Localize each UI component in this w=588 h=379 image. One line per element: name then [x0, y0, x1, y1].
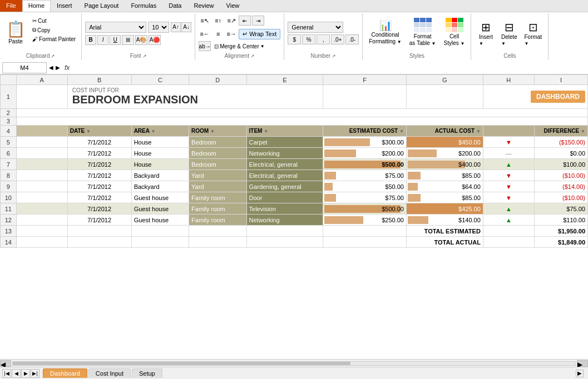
- cell-a6[interactable]: [16, 148, 67, 159]
- cell-a14[interactable]: [16, 237, 67, 248]
- cell-est-7[interactable]: $500.00: [323, 159, 406, 170]
- cell-date-10[interactable]: 7/1/2012: [67, 192, 131, 203]
- diff-filter[interactable]: ▼: [581, 129, 585, 134]
- col-header-g[interactable]: G: [406, 75, 483, 85]
- nav-right-btn[interactable]: ▶: [56, 64, 60, 71]
- delete-button[interactable]: ⊟ Delete▼: [498, 16, 520, 51]
- paste-button[interactable]: 📋 Paste: [3, 14, 28, 50]
- cell-est-10[interactable]: $75.00: [323, 192, 406, 203]
- cell-date-11[interactable]: 7/1/2012: [67, 203, 131, 215]
- cell-diff-6[interactable]: $0.00: [534, 148, 587, 159]
- header-area[interactable]: AREA ▼: [131, 126, 189, 137]
- alignment-expander[interactable]: ↗: [250, 53, 255, 59]
- cell-diff-5[interactable]: ($150.00): [534, 137, 587, 148]
- cell-g1[interactable]: [406, 85, 483, 109]
- tab-page-layout[interactable]: Page Layout: [78, 0, 125, 12]
- cell-reference-input[interactable]: M4: [2, 62, 47, 73]
- cell-area-12[interactable]: Guest house: [131, 215, 189, 226]
- border-btn[interactable]: ⊞: [122, 35, 134, 45]
- cell-diff-11[interactable]: $75.00: [534, 203, 587, 215]
- cell-area-11[interactable]: Guest house: [131, 203, 189, 215]
- cell-styles-button[interactable]: CellStyles ▼: [441, 14, 468, 50]
- font-family-select[interactable]: Arial: [85, 22, 146, 33]
- cell-diff-8[interactable]: ($10.00): [534, 170, 587, 181]
- cell-diff-12[interactable]: $110.00: [534, 215, 587, 226]
- sheet-tab-cost-input[interactable]: Cost Input: [88, 368, 131, 378]
- number-format-select[interactable]: General: [288, 22, 343, 33]
- col-header-a[interactable]: A: [16, 75, 67, 85]
- header-room[interactable]: ROOM ▼: [189, 126, 246, 137]
- cell-c14[interactable]: [131, 237, 189, 248]
- cell-b14[interactable]: [67, 237, 131, 248]
- col-header-c[interactable]: C: [131, 75, 189, 85]
- cell-area-10[interactable]: Guest house: [131, 192, 189, 203]
- cell-d14[interactable]: [189, 237, 246, 248]
- align-center-btn[interactable]: ≡: [212, 28, 224, 39]
- horizontal-scrollbar[interactable]: ◀ ▶: [0, 359, 588, 367]
- header-difference[interactable]: DIFFERENCE ▼: [534, 126, 587, 137]
- cell-est-12[interactable]: $250.00: [323, 215, 406, 226]
- cell-act-10[interactable]: $85.00: [406, 192, 483, 203]
- cell-item-6[interactable]: Networking: [246, 148, 323, 159]
- align-right-btn[interactable]: ≡→: [225, 28, 238, 39]
- cell-h1[interactable]: DASHBOARD: [483, 85, 587, 109]
- header-estimated-cost[interactable]: ESTIMATED COST ▼: [323, 126, 406, 137]
- indent-decrease-btn[interactable]: ⇤: [239, 16, 251, 26]
- cell-date-5[interactable]: 7/1/2012: [67, 137, 131, 148]
- cell-room-9[interactable]: Yard: [189, 181, 246, 192]
- indent-increase-btn[interactable]: ⇥: [252, 16, 264, 26]
- cell-a4[interactable]: [16, 126, 67, 137]
- decrease-font-btn[interactable]: A↓: [181, 22, 191, 32]
- underline-btn[interactable]: U: [110, 35, 121, 45]
- wrap-text-button[interactable]: ↵ Wrap Text: [239, 29, 280, 39]
- header-item[interactable]: ITEM ▼: [246, 126, 323, 137]
- cell-row3[interactable]: [16, 117, 587, 126]
- align-left-btn[interactable]: ≡←: [199, 28, 211, 39]
- italic-btn[interactable]: I: [97, 35, 108, 45]
- cell-item-8[interactable]: Electrical, general: [246, 170, 323, 181]
- font-expander[interactable]: ↗: [142, 53, 147, 59]
- cell-act-7[interactable]: $400.00: [406, 159, 483, 170]
- font-size-select[interactable]: 10: [148, 22, 169, 33]
- col-header-e[interactable]: E: [246, 75, 323, 85]
- clipboard-expander[interactable]: ↗: [51, 53, 55, 59]
- cell-a7[interactable]: [16, 159, 67, 170]
- format-painter-button[interactable]: 🖌 Format Painter: [30, 35, 78, 43]
- cell-h13[interactable]: [483, 226, 534, 237]
- col-header-b[interactable]: B: [67, 75, 131, 85]
- tab-nav-last[interactable]: ▶|: [31, 369, 39, 378]
- align-top-center-btn[interactable]: ≡↑: [212, 15, 224, 26]
- col-header-h[interactable]: H: [483, 75, 534, 85]
- cell-act-9[interactable]: $64.00: [406, 181, 483, 192]
- align-top-right-btn[interactable]: ≡↗: [225, 15, 238, 26]
- cell-area-9[interactable]: Backyard: [131, 181, 189, 192]
- cell-room-12[interactable]: Family room: [189, 215, 246, 226]
- col-header-i[interactable]: I: [534, 75, 587, 85]
- scroll-right-btn[interactable]: ▶: [577, 360, 588, 367]
- cell-row2[interactable]: [16, 109, 587, 117]
- tab-home[interactable]: Home: [22, 0, 51, 12]
- cell-area-5[interactable]: House: [131, 137, 189, 148]
- cell-f13[interactable]: [323, 226, 406, 237]
- cell-room-10[interactable]: Family room: [189, 192, 246, 203]
- tab-formulas[interactable]: Formulas: [125, 0, 162, 12]
- cell-item-10[interactable]: Door: [246, 192, 323, 203]
- scroll-tab-right[interactable]: ▶: [576, 370, 584, 377]
- area-filter[interactable]: ▼: [151, 129, 155, 134]
- cell-date-6[interactable]: 7/1/2012: [67, 148, 131, 159]
- sheet-tab-setup[interactable]: Setup: [132, 368, 162, 378]
- cell-item-5[interactable]: Carpet: [246, 137, 323, 148]
- cell-item-7[interactable]: Electrical, general: [246, 159, 323, 170]
- act-cost-filter[interactable]: ▼: [476, 129, 481, 134]
- tab-data[interactable]: Data: [162, 0, 187, 12]
- bold-btn[interactable]: B: [85, 35, 96, 45]
- cell-f14[interactable]: [323, 237, 406, 248]
- align-top-left-btn[interactable]: ≡↖: [199, 15, 211, 26]
- increase-decimal-btn[interactable]: .0+: [331, 34, 344, 44]
- percent-btn[interactable]: %: [302, 34, 315, 44]
- cell-diff-10[interactable]: ($10.00): [534, 192, 587, 203]
- scroll-thumb[interactable]: [13, 362, 350, 365]
- cell-b13[interactable]: [67, 226, 131, 237]
- cell-e14[interactable]: [246, 237, 323, 248]
- cell-room-11[interactable]: Family room: [189, 203, 246, 215]
